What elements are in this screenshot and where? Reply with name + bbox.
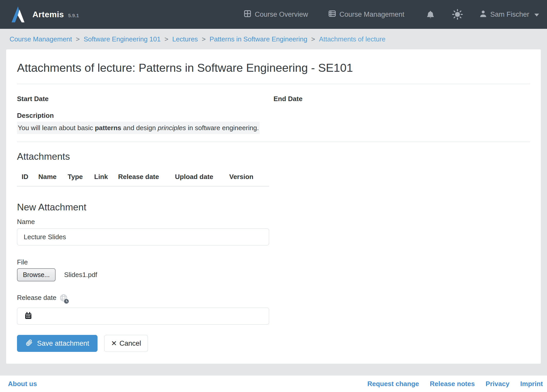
release-date-label: Release date (17, 294, 56, 302)
attachment-name-input[interactable] (17, 228, 269, 245)
footer-request-change[interactable]: Request change (367, 380, 419, 388)
start-date-label: Start Date (17, 95, 49, 103)
notifications-bell-icon[interactable] (426, 10, 435, 19)
end-date-label: End Date (274, 95, 303, 103)
footer-release-notes[interactable]: Release notes (430, 380, 475, 388)
form-actions: Save attachment ✕ Cancel (17, 335, 530, 352)
page-title: Attachments of lecture: Patterns in Soft… (17, 61, 530, 75)
artemis-logo-icon (10, 6, 25, 23)
cancel-button[interactable]: ✕ Cancel (104, 335, 148, 352)
release-date-input-wrapper (17, 308, 269, 325)
browse-button[interactable]: Browse... (17, 268, 56, 281)
divider (17, 142, 530, 142)
footer: About us Request change Release notes Pr… (0, 376, 547, 392)
name-label: Name (17, 218, 530, 226)
breadcrumb-course[interactable]: Software Engineering 101 (84, 35, 161, 43)
breadcrumb-lecture[interactable]: Patterns in Software Engineering (209, 35, 307, 43)
release-date-input[interactable] (37, 309, 266, 324)
brand-name[interactable]: Artemis (32, 10, 64, 19)
version-label: 5.9.1 (68, 11, 79, 19)
save-attachment-button[interactable]: Save attachment (17, 335, 98, 352)
release-date-row: Release date (17, 294, 530, 306)
paperclip-icon (25, 339, 33, 348)
column-header-name: Name (34, 173, 63, 186)
footer-privacy[interactable]: Privacy (486, 380, 509, 388)
theme-toggle-sun-icon[interactable] (452, 8, 463, 20)
calendar-icon[interactable] (24, 312, 32, 320)
nav-course-overview[interactable]: Course Overview (244, 10, 308, 19)
column-header-link: Link (90, 173, 113, 186)
file-label: File (17, 258, 530, 266)
top-navbar: Artemis 5.9.1 Course Overview Course Man… (0, 0, 547, 29)
user-name: Sam Fischer (490, 11, 529, 19)
attachments-table-header-row: ID Name Type Link Release date Upload da… (17, 173, 269, 186)
breadcrumb-course-management[interactable]: Course Management (10, 35, 72, 43)
lecture-dates: Start Date End Date (17, 95, 530, 103)
new-attachment-heading: New Attachment (17, 202, 530, 213)
nav-course-management[interactable]: Course Management (328, 10, 404, 19)
nav-course-overview-label: Course Overview (255, 11, 308, 19)
table-list-icon (328, 10, 336, 19)
save-attachment-label: Save attachment (37, 340, 89, 348)
column-header-type: Type (63, 173, 90, 186)
grid-icon (244, 10, 251, 19)
footer-about-us[interactable]: About us (8, 380, 37, 388)
breadcrumb: Course Management > Software Engineering… (0, 29, 547, 49)
content-card: Attachments of lecture: Patterns in Soft… (6, 49, 541, 364)
column-header-id: ID (17, 173, 34, 186)
breadcrumb-separator: > (202, 35, 206, 43)
breadcrumb-separator: > (311, 35, 315, 43)
chevron-down-icon (534, 14, 539, 16)
column-header-release-date: Release date (113, 173, 170, 186)
description-label: Description (17, 112, 530, 120)
breadcrumb-separator: > (76, 35, 80, 43)
file-input-row: Browse... Slides1.pdf (17, 268, 530, 281)
lecture-description: You will learn about basic patterns and … (17, 123, 530, 132)
footer-imprint[interactable]: Imprint (520, 380, 543, 388)
nav-course-management-label: Course Management (339, 11, 404, 19)
person-icon (479, 10, 487, 19)
globe-clock-icon (59, 294, 70, 306)
breadcrumb-lectures[interactable]: Lectures (172, 35, 198, 43)
column-header-version: Version (225, 173, 269, 186)
column-header-upload-date: Upload date (170, 173, 225, 186)
breadcrumb-attachments[interactable]: Attachments of lecture (319, 35, 386, 43)
divider (17, 84, 530, 84)
user-menu[interactable]: Sam Fischer (479, 10, 539, 19)
selected-file-name: Slides1.pdf (64, 271, 97, 279)
attachments-table: ID Name Type Link Release date Upload da… (17, 173, 269, 186)
breadcrumb-separator: > (164, 35, 168, 43)
close-icon: ✕ (111, 340, 117, 347)
cancel-label: Cancel (119, 340, 141, 348)
attachments-heading: Attachments (17, 151, 530, 162)
